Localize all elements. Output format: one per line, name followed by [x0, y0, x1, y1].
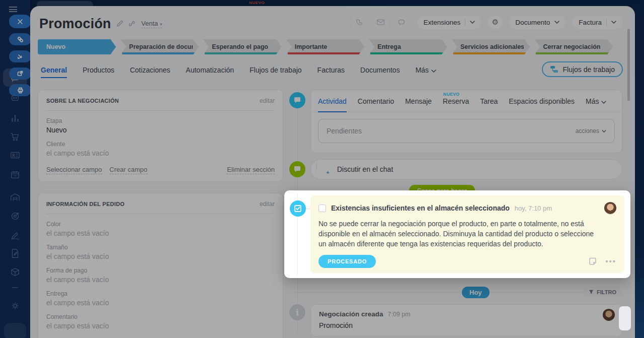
more-options-icon[interactable]: ••• — [605, 259, 616, 264]
notification-title: Existencias insuficientes en el almacén … — [331, 204, 510, 212]
task-check-icon — [290, 200, 306, 217]
avatar — [604, 202, 616, 214]
floating-widget[interactable] — [619, 306, 631, 330]
notification-body: No se puede cerrar la negociación porque… — [318, 219, 616, 249]
stock-warning-card[interactable]: Existencias insuficientes en el almacén … — [310, 195, 624, 273]
dim-overlay — [0, 0, 644, 338]
sticky-note-icon[interactable] — [588, 257, 597, 266]
spotlight-container: Existencias insuficientes en el almacén … — [284, 190, 630, 278]
procesado-status-button[interactable]: PROCESADO — [318, 255, 376, 268]
task-checkbox[interactable] — [318, 205, 326, 212]
notification-time: hoy, 7:10 pm — [515, 205, 552, 212]
